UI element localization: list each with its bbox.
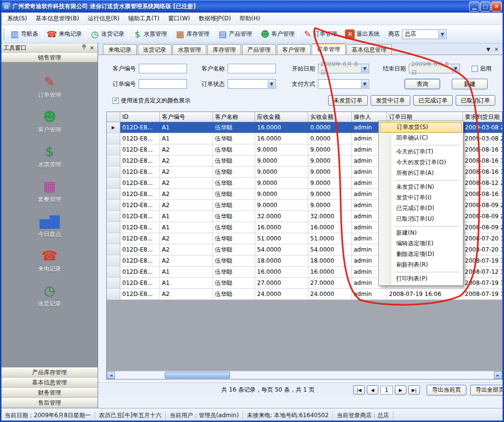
column-header-4[interactable]: 实收金额 xyxy=(308,112,352,122)
prev-page-button[interactable]: ◀ xyxy=(367,385,378,394)
tab-scroll-down-icon[interactable]: ▼ xyxy=(486,46,490,53)
toolbar-button-4[interactable]: ▦库存管理 xyxy=(173,28,212,40)
chevron-down-icon[interactable]: ▼ xyxy=(438,30,446,38)
status-filter-button-3[interactable]: 已取消订单 xyxy=(456,95,495,106)
scroll-right-icon[interactable]: ► xyxy=(494,371,502,379)
end-date-picker[interactable]: 2009年 6月 8日 ▼ xyxy=(409,64,460,73)
tab-2[interactable]: 水票管理 xyxy=(173,44,206,55)
row-selector[interactable] xyxy=(107,267,120,278)
row-selector[interactable] xyxy=(107,222,120,233)
chevron-down-icon[interactable]: ▼ xyxy=(268,80,275,88)
context-menu-item-5[interactable]: 所有的订单(A) xyxy=(380,168,462,179)
tab-close-icon[interactable]: ✕ xyxy=(494,46,499,53)
last-page-button[interactable]: ▶| xyxy=(408,385,420,394)
column-header-3[interactable]: 应收金额 xyxy=(255,112,308,122)
horizontal-scrollbar[interactable]: ◄ ► xyxy=(107,371,502,379)
context-menu-item-9[interactable]: 已完成订单(D) xyxy=(380,203,462,214)
context-menu-item-17[interactable]: 打印列表(P) xyxy=(380,274,462,284)
column-header-0[interactable]: ID xyxy=(120,112,160,122)
grid-row-15[interactable]: 012D-E8...A2伍华聪24.000024.0000admin2008-0… xyxy=(107,289,503,300)
sidebar-item-5[interactable]: ☎来电记录 xyxy=(1,243,98,278)
status-filter-button-0[interactable]: 未发货订单 xyxy=(328,95,368,106)
row-selector[interactable] xyxy=(107,289,120,300)
menu-item-1[interactable]: 基本信息管理(B) xyxy=(31,13,84,24)
tab-6[interactable]: 订单管理 xyxy=(312,43,346,55)
status-filter-button-2[interactable]: 已完成订单 xyxy=(413,95,453,106)
column-header-2[interactable]: 客户名称 xyxy=(213,112,255,122)
row-selector[interactable] xyxy=(107,233,120,244)
next-page-button[interactable]: ▶ xyxy=(395,385,406,394)
tab-1[interactable]: 送货记录 xyxy=(138,44,172,55)
order-no-input[interactable] xyxy=(139,79,187,89)
row-selector[interactable] xyxy=(107,144,120,155)
menu-item-4[interactable]: 窗口(W) xyxy=(164,13,194,24)
page-number-input[interactable] xyxy=(380,386,393,394)
menu-item-3[interactable]: 辅助工具(T) xyxy=(124,13,164,24)
toolbar-button-1[interactable]: ☎来电记录 xyxy=(44,28,84,40)
sidebar-item-6[interactable]: ◷送货记录 xyxy=(1,278,98,312)
menu-item-0[interactable]: 系统(S) xyxy=(3,13,31,24)
tab-0[interactable]: 来电记录 xyxy=(103,44,137,55)
checkbox-icon[interactable] xyxy=(472,66,478,72)
export-all-pages-button[interactable]: 导出全部页 xyxy=(470,385,504,395)
sidebar-section-1[interactable]: 基本信息管理 xyxy=(1,378,98,388)
menu-item-5[interactable]: 数据维护(D) xyxy=(194,13,235,24)
row-selector[interactable] xyxy=(107,255,120,267)
toolbar-button-0[interactable]: ▥导航条 xyxy=(7,28,41,40)
row-selector[interactable] xyxy=(107,178,120,189)
toolbar-button-8[interactable]: ✕退出系统 xyxy=(343,28,382,40)
context-menu-item-0[interactable]: 订单发货(S) xyxy=(380,122,462,133)
chevron-down-icon[interactable]: ▼ xyxy=(452,65,459,72)
row-selector[interactable] xyxy=(107,189,120,200)
row-selector[interactable] xyxy=(107,200,120,211)
sidebar-item-3[interactable]: ▦套餐管理 xyxy=(1,173,98,208)
sidebar-section-2[interactable]: 财务管理 xyxy=(1,388,98,398)
context-menu-item-7[interactable]: 未发货订单(N) xyxy=(380,182,462,193)
pay-method-select[interactable]: ▼ xyxy=(318,79,369,89)
pin-icon[interactable] xyxy=(80,44,88,51)
order-status-select[interactable]: ▼ xyxy=(228,79,276,89)
context-menu-item-13[interactable]: 编辑选定项(E) xyxy=(380,239,462,249)
sidebar-item-4[interactable]: ▅▇今日盘点 xyxy=(1,208,98,243)
row-selector[interactable] xyxy=(107,211,120,222)
query-button[interactable]: 查询 xyxy=(404,79,440,89)
start-date-picker[interactable]: 2009年 6月 8日 ▼ xyxy=(318,64,369,73)
maximize-button[interactable]: □ xyxy=(480,1,490,12)
context-menu-item-15[interactable]: 刷新列表(R) xyxy=(380,260,462,270)
customer-name-input[interactable] xyxy=(228,64,276,73)
customer-no-input[interactable] xyxy=(139,64,187,73)
tab-3[interactable]: 库存管理 xyxy=(207,44,241,55)
tab-4[interactable]: 产品管理 xyxy=(242,44,276,55)
sidebar-section-sales[interactable]: 销售管理 xyxy=(1,53,98,62)
row-selector[interactable] xyxy=(107,167,120,178)
chevron-down-icon[interactable]: ▼ xyxy=(361,65,368,72)
sidebar-close-icon[interactable]: ✕ xyxy=(88,45,96,51)
toolbar-button-3[interactable]: $水票管理 xyxy=(130,28,169,40)
row-selector[interactable] xyxy=(107,278,120,289)
menu-item-2[interactable]: 运行信息(R) xyxy=(84,13,124,24)
checkbox-checked-icon[interactable] xyxy=(113,98,119,104)
close-button[interactable]: ✕ xyxy=(491,1,502,12)
tab-7[interactable]: 基本信息管理 xyxy=(346,44,392,55)
tab-5[interactable]: 客户管理 xyxy=(277,44,311,55)
context-menu-item-8[interactable]: 发货中订单(I) xyxy=(380,193,462,203)
menu-item-6[interactable]: 帮助(H) xyxy=(235,13,264,24)
status-filter-button-1[interactable]: 发货中订单 xyxy=(371,95,410,106)
column-header-7[interactable]: 要求到货日期 xyxy=(463,112,503,122)
toolbar-button-5[interactable]: ▤产品管理 xyxy=(215,28,254,40)
row-selector[interactable] xyxy=(107,244,120,255)
context-menu-item-12[interactable]: 新建(N) xyxy=(380,228,462,239)
sidebar-item-1[interactable]: ☻客户管理 xyxy=(1,104,98,139)
sidebar-item-2[interactable]: $水票管理 xyxy=(1,139,98,173)
toolbar-button-2[interactable]: ◷送货记录 xyxy=(87,28,127,40)
sidebar-section-0[interactable]: 产品库存管理 xyxy=(1,367,98,378)
context-menu-item-4[interactable]: 今天的发货订单(O) xyxy=(380,157,462,168)
minimize-button[interactable]: ▁ xyxy=(469,1,479,12)
row-selector[interactable]: ▶ xyxy=(107,122,120,133)
context-menu-item-14[interactable]: 删除选定项(D) xyxy=(380,249,462,260)
context-menu-item-3[interactable]: 今天的订单(T) xyxy=(380,147,462,157)
chevron-down-icon[interactable]: ▼ xyxy=(361,80,368,88)
toolbar-button-7[interactable]: ✎订单管理 xyxy=(300,28,339,40)
toolbar-button-6[interactable]: ☻客户管理 xyxy=(258,28,297,40)
sidebar-item-0[interactable]: ✎订单管理 xyxy=(1,69,98,104)
